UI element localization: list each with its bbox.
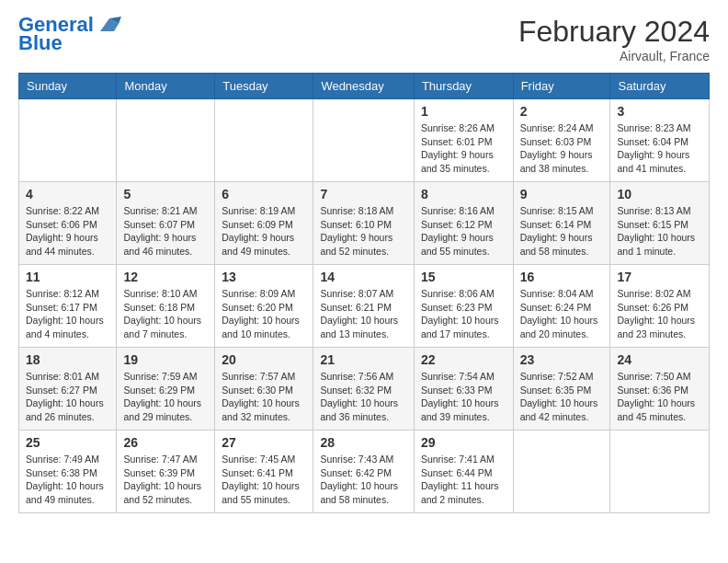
day-info: Sunrise: 8:16 AM Sunset: 6:12 PM Dayligh… <box>421 204 506 259</box>
calendar-cell <box>19 99 117 182</box>
calendar-cell: 2Sunrise: 8:24 AM Sunset: 6:03 PM Daylig… <box>513 99 610 182</box>
day-number: 15 <box>421 270 506 284</box>
header-sunday: Sunday <box>19 74 117 99</box>
calendar-cell: 11Sunrise: 8:12 AM Sunset: 6:17 PM Dayli… <box>19 265 117 348</box>
calendar-cell: 7Sunrise: 8:18 AM Sunset: 6:10 PM Daylig… <box>313 182 415 265</box>
day-number: 1 <box>421 104 506 119</box>
calendar-cell: 18Sunrise: 8:01 AM Sunset: 6:27 PM Dayli… <box>19 348 117 431</box>
day-info: Sunrise: 8:02 AM Sunset: 6:26 PM Dayligh… <box>617 287 702 341</box>
day-info: Sunrise: 8:07 AM Sunset: 6:21 PM Dayligh… <box>320 287 407 341</box>
location: Airvault, France <box>518 49 710 63</box>
day-number: 27 <box>222 435 306 450</box>
calendar-cell: 20Sunrise: 7:57 AM Sunset: 6:30 PM Dayli… <box>215 348 313 431</box>
calendar-cell: 19Sunrise: 7:59 AM Sunset: 6:29 PM Dayli… <box>117 348 215 431</box>
day-info: Sunrise: 8:21 AM Sunset: 6:07 PM Dayligh… <box>123 204 208 259</box>
day-info: Sunrise: 8:18 AM Sunset: 6:10 PM Dayligh… <box>320 204 407 259</box>
day-info: Sunrise: 8:24 AM Sunset: 6:03 PM Dayligh… <box>520 121 604 176</box>
day-number: 20 <box>222 352 306 367</box>
day-info: Sunrise: 8:01 AM Sunset: 6:27 PM Dayligh… <box>26 370 109 424</box>
month-title: February 2024 <box>518 15 710 49</box>
page: General Blue February 2024 Airvault, Fra… <box>0 0 728 528</box>
title-block: February 2024 Airvault, France <box>518 15 710 63</box>
day-info: Sunrise: 7:56 AM Sunset: 6:32 PM Dayligh… <box>320 370 407 424</box>
day-number: 8 <box>421 187 506 201</box>
calendar-cell: 21Sunrise: 7:56 AM Sunset: 6:32 PM Dayli… <box>313 348 415 431</box>
day-info: Sunrise: 7:49 AM Sunset: 6:38 PM Dayligh… <box>26 453 109 507</box>
calendar-cell: 16Sunrise: 8:04 AM Sunset: 6:24 PM Dayli… <box>513 265 610 348</box>
day-number: 24 <box>617 352 702 367</box>
calendar-week-row: 25Sunrise: 7:49 AM Sunset: 6:38 PM Dayli… <box>19 431 710 513</box>
day-info: Sunrise: 8:12 AM Sunset: 6:17 PM Dayligh… <box>26 287 109 341</box>
day-number: 23 <box>520 352 604 367</box>
day-info: Sunrise: 7:59 AM Sunset: 6:29 PM Dayligh… <box>123 370 208 424</box>
calendar-cell: 23Sunrise: 7:52 AM Sunset: 6:35 PM Dayli… <box>513 348 610 431</box>
calendar-cell: 26Sunrise: 7:47 AM Sunset: 6:39 PM Dayli… <box>117 431 215 513</box>
calendar-cell: 29Sunrise: 7:41 AM Sunset: 6:44 PM Dayli… <box>414 431 513 513</box>
day-number: 17 <box>617 270 702 284</box>
day-info: Sunrise: 8:13 AM Sunset: 6:15 PM Dayligh… <box>617 204 702 259</box>
calendar-cell: 13Sunrise: 8:09 AM Sunset: 6:20 PM Dayli… <box>215 265 313 348</box>
calendar-week-row: 1Sunrise: 8:26 AM Sunset: 6:01 PM Daylig… <box>19 99 710 182</box>
day-info: Sunrise: 7:43 AM Sunset: 6:42 PM Dayligh… <box>320 453 407 507</box>
day-number: 9 <box>520 187 604 201</box>
calendar-cell <box>215 99 313 182</box>
day-number: 16 <box>520 270 604 284</box>
day-info: Sunrise: 8:04 AM Sunset: 6:24 PM Dayligh… <box>520 287 604 341</box>
calendar-table: Sunday Monday Tuesday Wednesday Thursday… <box>18 73 710 513</box>
calendar-cell <box>117 99 215 182</box>
header-monday: Monday <box>117 74 215 99</box>
day-info: Sunrise: 7:50 AM Sunset: 6:36 PM Dayligh… <box>617 370 702 424</box>
day-info: Sunrise: 8:06 AM Sunset: 6:23 PM Dayligh… <box>421 287 506 341</box>
calendar-cell <box>610 431 710 513</box>
day-info: Sunrise: 8:15 AM Sunset: 6:14 PM Dayligh… <box>520 204 604 259</box>
day-number: 21 <box>320 352 407 367</box>
calendar-week-row: 4Sunrise: 8:22 AM Sunset: 6:06 PM Daylig… <box>19 182 710 265</box>
day-number: 10 <box>617 187 702 201</box>
day-info: Sunrise: 8:10 AM Sunset: 6:18 PM Dayligh… <box>123 287 208 341</box>
day-number: 7 <box>320 187 407 201</box>
calendar-cell: 9Sunrise: 8:15 AM Sunset: 6:14 PM Daylig… <box>513 182 610 265</box>
day-info: Sunrise: 7:54 AM Sunset: 6:33 PM Dayligh… <box>421 370 506 424</box>
day-number: 2 <box>520 104 604 119</box>
day-number: 18 <box>26 352 109 367</box>
calendar-cell: 8Sunrise: 8:16 AM Sunset: 6:12 PM Daylig… <box>414 182 513 265</box>
day-info: Sunrise: 8:22 AM Sunset: 6:06 PM Dayligh… <box>26 204 109 259</box>
day-number: 28 <box>320 435 407 450</box>
day-number: 19 <box>123 352 208 367</box>
logo: General Blue <box>18 15 123 55</box>
calendar-cell: 17Sunrise: 8:02 AM Sunset: 6:26 PM Dayli… <box>610 265 710 348</box>
day-info: Sunrise: 8:23 AM Sunset: 6:04 PM Dayligh… <box>617 121 702 176</box>
calendar-cell: 28Sunrise: 7:43 AM Sunset: 6:42 PM Dayli… <box>313 431 415 513</box>
calendar-cell: 14Sunrise: 8:07 AM Sunset: 6:21 PM Dayli… <box>313 265 415 348</box>
day-info: Sunrise: 7:45 AM Sunset: 6:41 PM Dayligh… <box>222 453 306 507</box>
calendar-cell: 22Sunrise: 7:54 AM Sunset: 6:33 PM Dayli… <box>414 348 513 431</box>
day-info: Sunrise: 7:52 AM Sunset: 6:35 PM Dayligh… <box>520 370 604 424</box>
calendar-cell: 6Sunrise: 8:19 AM Sunset: 6:09 PM Daylig… <box>215 182 313 265</box>
day-number: 5 <box>123 187 208 201</box>
day-number: 11 <box>26 270 109 284</box>
day-number: 6 <box>222 187 306 201</box>
calendar-cell: 1Sunrise: 8:26 AM Sunset: 6:01 PM Daylig… <box>414 99 513 182</box>
day-number: 25 <box>26 435 109 450</box>
calendar-cell: 25Sunrise: 7:49 AM Sunset: 6:38 PM Dayli… <box>19 431 117 513</box>
day-info: Sunrise: 8:26 AM Sunset: 6:01 PM Dayligh… <box>421 121 506 176</box>
calendar-cell: 3Sunrise: 8:23 AM Sunset: 6:04 PM Daylig… <box>610 99 710 182</box>
calendar-cell: 12Sunrise: 8:10 AM Sunset: 6:18 PM Dayli… <box>117 265 215 348</box>
day-number: 26 <box>123 435 208 450</box>
calendar-cell: 15Sunrise: 8:06 AM Sunset: 6:23 PM Dayli… <box>414 265 513 348</box>
header-thursday: Thursday <box>414 74 513 99</box>
calendar-cell: 4Sunrise: 8:22 AM Sunset: 6:06 PM Daylig… <box>19 182 117 265</box>
day-info: Sunrise: 7:47 AM Sunset: 6:39 PM Dayligh… <box>123 453 208 507</box>
calendar-week-row: 18Sunrise: 8:01 AM Sunset: 6:27 PM Dayli… <box>19 348 710 431</box>
calendar-cell: 27Sunrise: 7:45 AM Sunset: 6:41 PM Dayli… <box>215 431 313 513</box>
calendar-cell: 10Sunrise: 8:13 AM Sunset: 6:15 PM Dayli… <box>610 182 710 265</box>
calendar-cell <box>313 99 415 182</box>
day-info: Sunrise: 7:41 AM Sunset: 6:44 PM Dayligh… <box>421 453 506 507</box>
day-number: 3 <box>617 104 702 119</box>
day-info: Sunrise: 8:09 AM Sunset: 6:20 PM Dayligh… <box>222 287 306 341</box>
calendar-cell: 24Sunrise: 7:50 AM Sunset: 6:36 PM Dayli… <box>610 348 710 431</box>
header-saturday: Saturday <box>610 74 710 99</box>
day-number: 12 <box>123 270 208 284</box>
calendar-week-row: 11Sunrise: 8:12 AM Sunset: 6:17 PM Dayli… <box>19 265 710 348</box>
header: General Blue February 2024 Airvault, Fra… <box>18 15 710 63</box>
